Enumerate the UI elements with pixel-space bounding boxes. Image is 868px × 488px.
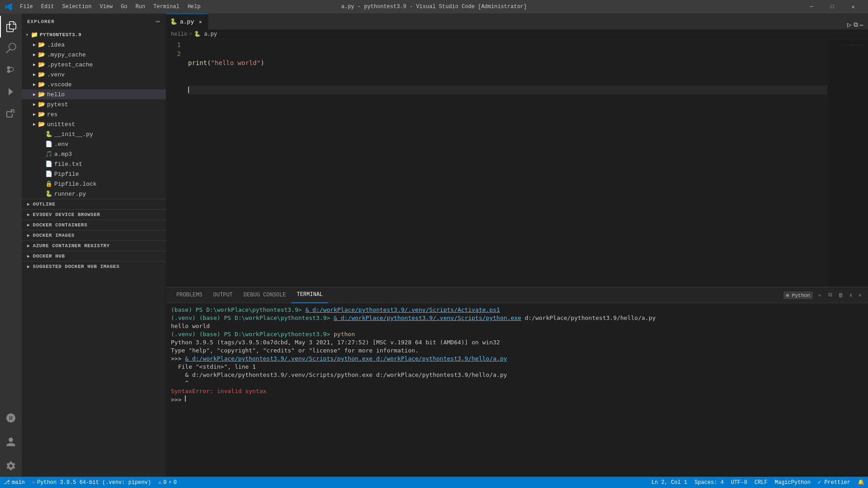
encoding-label: UTF-8 (731, 479, 747, 486)
terminal-output-8: File "<stdin>", line 1 (171, 363, 256, 370)
menu-view[interactable]: View (96, 3, 116, 11)
docker-images-arrow: ▶ (27, 233, 30, 238)
run-editor-button[interactable]: ▷ (847, 20, 852, 29)
maximize-button[interactable]: □ (822, 0, 843, 14)
status-feedback[interactable]: 🔔 (854, 477, 868, 488)
docker-hub-label: DOCKER HUB (33, 253, 65, 259)
tab-terminal[interactable]: TERMINAL (291, 287, 328, 303)
outline-arrow: ▶ (27, 202, 30, 207)
menu-selection[interactable]: Selection (59, 3, 95, 11)
docker-containers-header[interactable]: ▶ DOCKER CONTAINERS (22, 220, 166, 230)
ev3dev-header[interactable]: ▶ EV3DEV DEVICE BROWSER (22, 210, 166, 220)
status-encoding[interactable]: UTF-8 (727, 477, 751, 488)
activity-run[interactable] (0, 81, 22, 103)
suggested-hub-header[interactable]: ▶ SUGGESTED DOCKER HUB IMAGES (22, 262, 166, 272)
docker-hub-header[interactable]: ▶ DOCKER HUB (22, 251, 166, 261)
tab-close-button[interactable]: ✕ (197, 18, 204, 25)
sidebar-title: EXPLORER (27, 19, 55, 24)
breadcrumb-file[interactable]: 🐍 a.py (194, 31, 217, 38)
activity-settings[interactable] (0, 455, 22, 477)
terminal-line-9: & d:/workPlace/pythontest3.9/.venv/Scrip… (171, 371, 863, 379)
terminal-cursor (185, 395, 186, 402)
tab-output[interactable]: OUTPUT (208, 287, 238, 303)
status-prettier[interactable]: ✓ Prettier (814, 477, 854, 488)
terminal-split-button[interactable]: ⧉ (826, 291, 834, 299)
tree-venv[interactable]: ▶ 📂 .venv (22, 70, 166, 80)
env-label: .env (54, 141, 68, 148)
tab-bar: 🐍 a.py ✕ ▷ ⧉ ⋯ (166, 14, 868, 29)
line-num-1: 1 (170, 40, 181, 49)
res-label: res (47, 111, 57, 118)
tree-mypy[interactable]: ▶ 📂 .mypy_cache (22, 50, 166, 60)
terminal-kill-button[interactable]: 🗑 (836, 291, 845, 300)
section-docker-images: ▶ DOCKER IMAGES (22, 230, 166, 240)
more-actions-button[interactable]: ⋯ (860, 21, 863, 29)
azure-container-arrow: ▶ (27, 243, 30, 249)
tab-problems[interactable]: PROBLEMS (171, 287, 208, 303)
code-editor[interactable]: 1 2 print("hello world") (166, 39, 827, 287)
status-language[interactable]: MagicPython (771, 477, 814, 488)
tab-debug-console[interactable]: DEBUG CONSOLE (238, 287, 292, 303)
account-icon (5, 436, 16, 447)
activity-docker[interactable] (0, 407, 22, 429)
menu-help[interactable]: Help (184, 3, 204, 11)
activity-search[interactable] (0, 38, 22, 59)
tree-pipfile[interactable]: ▶ 📄 Pipfile (22, 169, 166, 179)
folder-icon-pytest: 📂 (38, 101, 45, 108)
azure-container-header[interactable]: ▶ AZURE CONTAINER REGISTRY (22, 241, 166, 251)
terminal-line-2: (.venv) (base) PS D:\workPlace\pythontes… (171, 314, 863, 322)
tree-hello[interactable]: ▶ 📂 hello (22, 89, 166, 99)
terminal-close-button[interactable]: ✕ (857, 291, 863, 300)
status-spaces[interactable]: Spaces: 4 (691, 477, 727, 488)
tree-runner[interactable]: ▶ 🐍 runner.py (22, 189, 166, 199)
status-python-env[interactable]: ✕ Python 3.9.5 64-bit (.venv: pipenv) (28, 477, 155, 488)
status-position[interactable]: Ln 2, Col 1 (648, 477, 691, 488)
menu-file[interactable]: File (16, 3, 37, 11)
tree-idea[interactable]: ▶ 📂 .idea (22, 40, 166, 50)
terminal-content[interactable]: (base) PS D:\workPlace\pythontest3.9> & … (166, 303, 868, 477)
activity-extensions[interactable] (0, 103, 22, 124)
menu-run[interactable]: Run (132, 3, 149, 11)
new-file-icon[interactable]: ⋯ (156, 17, 160, 26)
suggested-hub-label: SUGGESTED DOCKER HUB IMAGES (33, 264, 120, 269)
activity-account[interactable] (0, 431, 22, 453)
split-editor-button[interactable]: ⧉ (854, 21, 858, 28)
tree-pytest-cache[interactable]: ▶ 📂 .pytest_cache (22, 60, 166, 70)
close-button[interactable]: ✕ (843, 0, 863, 14)
docker-containers-label: DOCKER CONTAINERS (33, 222, 88, 228)
status-errors[interactable]: ⚠ 0 ⚡ 0 (155, 477, 180, 488)
breadcrumb-folder[interactable]: hello (171, 31, 187, 38)
status-git[interactable]: ⎇ main (0, 477, 28, 488)
activity-source-control[interactable] (0, 59, 22, 81)
status-right: Ln 2, Col 1 Spaces: 4 UTF-8 CRLF MagicPy… (648, 477, 868, 488)
print-keyword: print (188, 58, 207, 67)
pipfile-label: Pipfile (54, 171, 79, 178)
menu-go[interactable]: Go (117, 3, 131, 11)
docker-images-header[interactable]: ▶ DOCKER IMAGES (22, 230, 166, 240)
menu-terminal[interactable]: Terminal (150, 3, 183, 11)
tree-pipfilelock[interactable]: ▶ 🔒 Pipfile.lock (22, 179, 166, 189)
tab-apy[interactable]: 🐍 a.py ✕ (166, 14, 208, 29)
menu-edit[interactable]: Edit (38, 3, 58, 11)
root-folder[interactable]: ▾ 📁 PYTHONTEST3.9 (22, 30, 166, 40)
tree-amp3[interactable]: ▶ 🎵 a.mp3 (22, 149, 166, 159)
ev3dev-arrow: ▶ (27, 212, 30, 217)
outline-header[interactable]: ▶ OUTLINE (22, 199, 166, 209)
breadcrumb-sep1: > (189, 31, 192, 38)
tree-vscode[interactable]: ▶ 📂 .vscode (22, 80, 166, 89)
status-eol[interactable]: CRLF (751, 477, 771, 488)
tree-filetxt[interactable]: ▶ 📄 file.txt (22, 159, 166, 169)
tree-env[interactable]: ▶ 📄 .env (22, 139, 166, 149)
terminal-add-button[interactable]: ＋ (815, 291, 824, 300)
minimize-button[interactable]: ─ (801, 0, 822, 14)
tree-init[interactable]: ▶ 🐍 __init__.py (22, 129, 166, 139)
code-content[interactable]: print("hello world") (184, 39, 827, 287)
tree-pytest[interactable]: ▶ 📂 pytest (22, 99, 166, 109)
suggested-hub-arrow: ▶ (27, 264, 30, 269)
terminal-maximize-button[interactable]: ∧ (848, 291, 854, 300)
folder-icon-res: 📂 (38, 111, 45, 118)
python-env-label: Python 3.9.5 64-bit (.venv: pipenv) (37, 479, 151, 486)
activity-explorer[interactable] (0, 16, 22, 38)
tree-res[interactable]: ▶ 📂 res (22, 109, 166, 119)
tree-unittest[interactable]: ▶ 📂 unittest (22, 119, 166, 129)
